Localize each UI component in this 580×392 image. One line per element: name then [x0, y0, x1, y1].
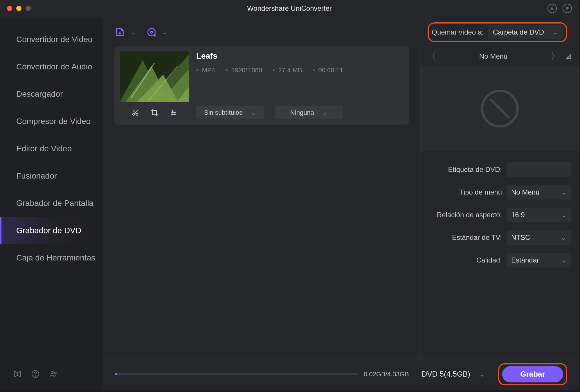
window-controls — [7, 6, 31, 11]
trim-icon[interactable] — [131, 109, 139, 117]
dvd-settings: Etiqueta de DVD: Tipo de menú No Menú ⌄ — [421, 151, 579, 267]
file-meta: MP4 1920*1080 27.4 MB 00:00:11 — [196, 66, 404, 74]
account-icon[interactable] — [547, 4, 557, 13]
titlebar: Wondershare UniConverter — [0, 0, 579, 17]
audio-track-value: Ninguna — [290, 109, 314, 116]
capacity-progress-fill — [115, 373, 117, 375]
community-icon[interactable] — [49, 369, 58, 379]
file-title: Leafs — [196, 51, 404, 61]
svg-point-29 — [174, 112, 175, 113]
file-size: 27.4 MB — [273, 66, 302, 74]
audio-track-select[interactable]: Ninguna ⌄ — [275, 106, 343, 119]
tv-standard-label: Estándar de TV: — [428, 233, 502, 242]
sidebar-item-toolbox[interactable]: Caja de Herramientas — [0, 244, 103, 271]
sidebar-item-label: Compresor de Video — [16, 117, 91, 126]
sidebar-item-video-converter[interactable]: Convertidor de Video — [0, 26, 103, 53]
file-resolution: 1920*1080 — [226, 66, 262, 74]
maximize-window-button[interactable] — [26, 6, 31, 11]
burn-target-label: Quemar vídeo a: — [432, 28, 484, 36]
menu-type-select[interactable]: No Menú ⌄ — [507, 185, 571, 199]
aspect-ratio-value: 16:9 — [511, 211, 525, 219]
file-format: MP4 — [196, 66, 215, 74]
menu-preview — [421, 66, 579, 151]
chevron-down-icon: ⌄ — [322, 109, 327, 116]
svg-point-12 — [150, 31, 152, 33]
chevron-down-icon: ⌄ — [561, 188, 567, 196]
disc-type-select[interactable]: DVD 5(4.5GB) ⌄ — [417, 367, 489, 382]
capacity-progress-bar — [115, 373, 358, 375]
file-card: Leafs MP4 1920*1080 27.4 MB 00:00:11 — [114, 46, 409, 125]
menu-type-value: No Menú — [511, 188, 539, 196]
app-title: Wondershare UniConverter — [247, 4, 332, 12]
quality-label: Calidad: — [428, 256, 502, 264]
svg-point-8 — [54, 372, 56, 374]
tv-standard-select[interactable]: NTSC ⌄ — [507, 230, 571, 245]
sidebar-item-label: Descargador — [16, 89, 63, 99]
load-disc-button[interactable]: ⌄ — [147, 27, 167, 37]
sidebar-item-label: Fusionador — [16, 171, 57, 181]
prev-template-button[interactable]: 〈 — [428, 51, 436, 62]
sidebar-item-dvd-burner[interactable]: Grabador de DVD — [0, 217, 103, 244]
chevron-down-icon: ⌄ — [561, 256, 567, 264]
sidebar-item-merger[interactable]: Fusionador — [0, 162, 103, 190]
help-icon[interactable] — [31, 369, 40, 379]
svg-point-0 — [551, 7, 553, 9]
right-panel: 〈 No Menú 〉 — [420, 46, 579, 358]
chevron-down-icon: ⌄ — [552, 28, 558, 36]
chevron-down-icon: ⌄ — [251, 109, 256, 116]
burn-target-group-highlight: Quemar vídeo a: Carpeta de DVD ⌄ — [428, 22, 567, 42]
chevron-down-icon: ⌄ — [131, 30, 135, 35]
no-menu-icon — [481, 90, 519, 127]
close-window-button[interactable] — [7, 6, 12, 11]
sidebar-item-downloader[interactable]: Descargador — [0, 80, 103, 108]
guide-icon[interactable] — [13, 369, 22, 379]
footer: 0.02GB/4.33GB DVD 5(4.5GB) ⌄ Grabar — [103, 358, 579, 390]
sidebar-item-screen-recorder[interactable]: Grabador de Pantalla — [0, 190, 103, 217]
sidebar-item-video-editor[interactable]: Editor de Video — [0, 135, 103, 162]
disc-type-value: DVD 5(4.5GB) — [422, 370, 470, 379]
crop-icon[interactable] — [150, 109, 158, 117]
burn-target-select[interactable]: Carpeta de DVD ⌄ — [488, 25, 563, 39]
dvd-label-label: Etiqueta de DVD: — [428, 166, 502, 174]
capacity-text: 0.02GB/4.33GB — [364, 371, 409, 378]
subtitle-value: Sin subtítulos — [204, 109, 242, 116]
svg-point-6 — [35, 376, 36, 376]
chevron-down-icon: ⌄ — [561, 211, 567, 219]
quality-select[interactable]: Estándar ⌄ — [507, 253, 571, 267]
svg-point-30 — [172, 114, 173, 115]
add-file-button[interactable]: ⌄ — [115, 27, 135, 37]
sidebar-item-label: Convertidor de Audio — [16, 62, 92, 71]
aspect-ratio-select[interactable]: 16:9 ⌄ — [507, 208, 571, 222]
svg-point-28 — [172, 110, 173, 112]
svg-point-7 — [51, 371, 53, 374]
video-thumbnail[interactable] — [120, 51, 189, 102]
sidebar: Convertidor de Video Convertidor de Audi… — [0, 18, 103, 390]
sidebar-item-audio-converter[interactable]: Convertidor de Audio — [0, 53, 103, 80]
sidebar-item-video-compressor[interactable]: Compresor de Video — [0, 108, 103, 135]
dvd-label-input[interactable] — [507, 162, 571, 177]
minimize-window-button[interactable] — [16, 6, 21, 11]
menu-template-nav: 〈 No Menú 〉 — [421, 46, 579, 66]
tv-standard-value: NTSC — [511, 233, 530, 242]
chevron-down-icon: ⌄ — [163, 30, 167, 35]
quality-value: Estándar — [511, 256, 539, 264]
burn-button[interactable]: Grabar — [502, 366, 563, 382]
subtitle-select[interactable]: Sin subtítulos ⌄ — [196, 106, 264, 119]
edit-template-icon[interactable] — [565, 53, 572, 60]
sidebar-item-label: Convertidor de Video — [16, 35, 93, 44]
menu-icon[interactable] — [563, 4, 572, 13]
menu-template-label: No Menú — [479, 52, 507, 60]
chevron-down-icon: ⌄ — [561, 233, 567, 242]
file-duration: 00:00:11 — [313, 66, 343, 74]
sidebar-item-label: Grabador de DVD — [16, 226, 81, 235]
aspect-ratio-label: Relación de aspecto: — [428, 211, 502, 219]
main-panel: ⌄ ⌄ Quemar vídeo a: Carpeta de DVD — [103, 18, 579, 390]
chevron-down-icon: ⌄ — [479, 370, 485, 379]
effects-icon[interactable] — [170, 109, 178, 117]
burn-target-value: Carpeta de DVD — [493, 28, 544, 36]
sidebar-item-label: Caja de Herramientas — [16, 253, 95, 262]
sidebar-item-label: Grabador de Pantalla — [16, 199, 93, 208]
sidebar-item-label: Editor de Video — [16, 144, 72, 153]
menu-type-label: Tipo de menú — [428, 188, 502, 196]
next-template-button[interactable]: 〉 — [551, 51, 559, 62]
